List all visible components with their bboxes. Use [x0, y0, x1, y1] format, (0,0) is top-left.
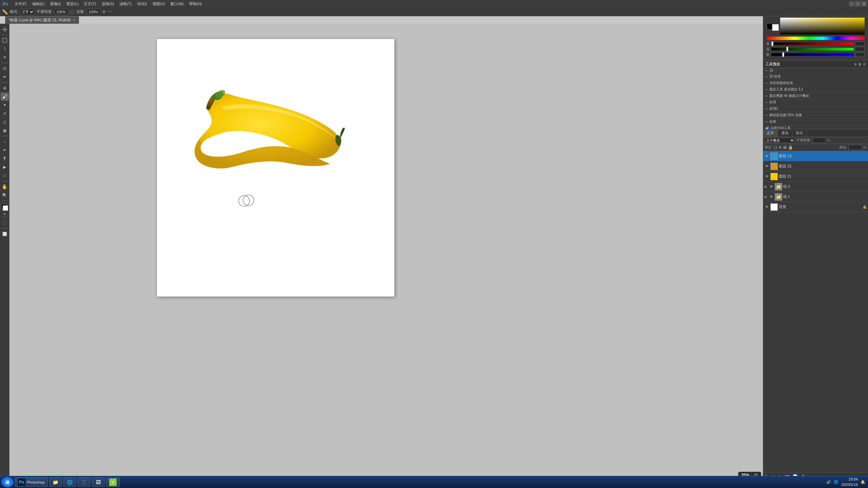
notification-icon[interactable]: 🔔 — [861, 480, 865, 484]
preset-item-9[interactable]: ✏ 起稿 — [763, 119, 868, 125]
menu-text[interactable]: 文字(T) — [81, 1, 98, 7]
layer-item-group2[interactable]: ▶ 👁 📁 组 2 — [763, 182, 868, 192]
history-brush-tool[interactable]: ↺ — [1, 109, 9, 118]
start-button[interactable]: ⊞ — [1, 477, 14, 487]
group1-visibility[interactable]: 👁 — [769, 195, 774, 199]
preset-item-2[interactable]: ✏ 20 铅笔 — [763, 74, 868, 80]
menu-file[interactable]: 文件(F) — [12, 1, 29, 7]
preset-item-8[interactable]: ✏ 硬枯柔边圆 50% 流量 — [763, 112, 868, 119]
menu-layer[interactable]: 图层(L) — [64, 1, 81, 7]
pen-tool[interactable]: ✒ — [1, 146, 9, 154]
taskbar-photoshop-button[interactable]: Ps Photoshop — [15, 477, 48, 487]
lock-all-button[interactable]: 🔒 — [788, 145, 793, 150]
layer-blend-mode-select[interactable]: 正片叠底 — [765, 138, 795, 143]
foreground-color-swatch[interactable] — [3, 205, 8, 211]
tool-presets-new[interactable]: ⊕ — [854, 62, 857, 66]
menu-select[interactable]: 选择(S) — [99, 1, 117, 7]
eyedropper-tool[interactable]: ✒ — [1, 73, 9, 81]
green-slider[interactable] — [771, 48, 854, 50]
taskbar-browser-button[interactable]: 🌐 — [63, 477, 76, 487]
blue-value[interactable]: 33 — [855, 52, 865, 57]
preset-item-10[interactable]: 以暗当前工具 — [763, 125, 868, 129]
preset-item-1[interactable]: ✏ 19 — [763, 68, 868, 74]
layer-item-background[interactable]: 👁 背景 🔒 — [763, 202, 868, 212]
maximize-button[interactable]: □ — [855, 1, 861, 6]
shape-tool[interactable]: □ — [1, 171, 9, 180]
menu-view[interactable]: 视图(V) — [150, 1, 167, 7]
clone-stamp-tool[interactable]: ✦ — [1, 101, 9, 109]
layer-fill-input[interactable]: 100% — [848, 145, 862, 150]
red-slider[interactable] — [771, 42, 854, 45]
text-tool[interactable]: T — [1, 155, 9, 163]
zoom-tool[interactable]: 🔍 — [1, 191, 9, 199]
background-visibility[interactable]: 👁 — [765, 205, 769, 209]
screen-mode-button[interactable]: ⬜ — [1, 230, 9, 238]
swap-colors-icon[interactable]: ⇄ — [3, 212, 6, 216]
color-spectrum[interactable] — [780, 18, 865, 35]
layer-visibility-23[interactable]: 👁 — [765, 154, 769, 159]
preset-item-7[interactable]: ✏ 软理2 — [763, 106, 868, 112]
taskbar-photos-button[interactable]: 🖼 — [92, 477, 105, 487]
lock-transparent-button[interactable]: ◻ — [774, 145, 777, 150]
tool-presets-delete[interactable]: 🗑 — [858, 62, 862, 66]
layers-tab[interactable]: 正片 — [763, 129, 778, 137]
taskbar-music-button[interactable]: 🎵 — [78, 477, 91, 487]
menu-help[interactable]: 帮助(H) — [187, 1, 204, 7]
layer-opacity-input[interactable]: 100% — [812, 138, 826, 143]
menu-edit[interactable]: 编辑(E) — [30, 1, 47, 7]
lock-image-button[interactable]: ✛ — [778, 145, 782, 150]
tool-presets-menu[interactable]: ☰ — [863, 62, 866, 66]
taskbar-explorer-button[interactable]: 📁 — [49, 477, 62, 487]
layer-item-23[interactable]: 👁 图层 23 — [763, 151, 868, 161]
path-selection-tool[interactable]: ▶ — [1, 163, 9, 171]
network-icon[interactable]: 🌐 — [834, 480, 839, 484]
preset-item-5[interactable]: ✏ 圆定网圆 45 像素正片叠加 — [763, 93, 868, 99]
blend-mode-select[interactable]: 正常 — [20, 9, 35, 15]
marquee-tool[interactable] — [1, 36, 9, 44]
preset-item-3[interactable]: ✏ 非矩形圆色铅笔 — [763, 80, 868, 86]
preset-item-4[interactable]: ✏ 圆定工具 柔末圆定 3.1 — [763, 86, 868, 93]
layer-item-group1[interactable]: ▶ 👁 📁 组 1 — [763, 192, 868, 202]
hand-tool[interactable]: ✋ — [1, 183, 9, 191]
lasso-tool[interactable]: ⌇ — [1, 45, 9, 53]
close-button[interactable]: ✕ — [861, 1, 867, 6]
move-tool[interactable] — [1, 25, 9, 33]
menu-3d[interactable]: 3D(D) — [135, 1, 149, 6]
doc-close-button[interactable]: × — [73, 18, 75, 23]
channels-tab[interactable]: 通道 — [778, 129, 792, 137]
layer-item-22[interactable]: 👁 图层 22 — [763, 161, 868, 171]
crop-tool[interactable]: ⊡ — [1, 64, 9, 73]
group1-expand-icon[interactable]: ▶ — [765, 195, 768, 199]
gradient-tool[interactable]: ▦ — [1, 126, 9, 135]
layer-visibility-21[interactable]: 👁 — [765, 174, 769, 179]
menu-filter[interactable]: 滤镜(T) — [117, 1, 134, 7]
flow-input[interactable] — [87, 9, 100, 15]
paths-tab[interactable]: 路径 — [792, 129, 807, 137]
group2-visibility[interactable]: 👁 — [769, 184, 774, 189]
menu-image[interactable]: 图像(I) — [48, 1, 63, 7]
preset-item-6[interactable]: ✏ 软理 — [763, 99, 868, 106]
red-value[interactable]: 0 — [855, 41, 865, 46]
lock-position-button[interactable]: ⊞ — [783, 145, 787, 150]
magic-wand-tool[interactable]: ✴ — [1, 53, 9, 61]
blue-slider[interactable] — [771, 53, 854, 56]
eraser-tool[interactable]: ◻ — [1, 118, 9, 126]
layer-item-21[interactable]: 👁 图层 21 — [763, 171, 868, 182]
document-tab[interactable]: *标题-2.psd @ 50% (图层 23, RGB/8) × — [5, 16, 79, 24]
dodge-tool[interactable]: ○ — [1, 138, 9, 146]
show-current-tool-checkbox[interactable] — [765, 126, 769, 129]
quick-mask-button[interactable]: ⬛ — [1, 219, 9, 227]
volume-icon[interactable]: 🔊 — [826, 480, 831, 484]
background-color-preview[interactable] — [772, 24, 779, 31]
hue-bar[interactable] — [767, 37, 865, 40]
minimize-button[interactable]: ─ — [849, 1, 854, 6]
brush-tool[interactable]: 🖌 — [1, 93, 9, 101]
menu-window[interactable]: 窗口(W) — [168, 1, 186, 7]
taskbar-vmware-button[interactable]: V — [106, 477, 120, 487]
opacity-input[interactable] — [55, 9, 68, 15]
group2-expand-icon[interactable]: ▶ — [765, 185, 768, 188]
layer-visibility-22[interactable]: 👁 — [765, 164, 769, 169]
color-swatches[interactable] — [1, 204, 8, 211]
healing-brush-tool[interactable]: ⊕ — [1, 84, 9, 92]
green-value[interactable]: 46 — [855, 47, 865, 52]
